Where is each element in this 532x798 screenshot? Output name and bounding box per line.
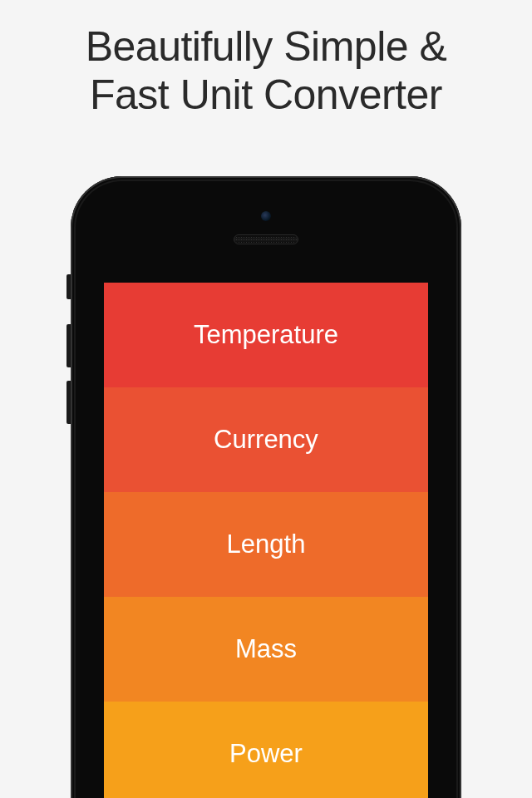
phone-inner-frame: Temperature Currency Length Mass Power — [76, 181, 456, 798]
category-label: Mass — [235, 634, 297, 664]
category-currency[interactable]: Currency — [104, 387, 428, 492]
category-list: Temperature Currency Length Mass Power — [104, 283, 428, 798]
category-temperature[interactable]: Temperature — [104, 283, 428, 387]
category-label: Currency — [214, 425, 318, 455]
category-label: Power — [229, 739, 303, 769]
phone-camera-icon — [261, 211, 271, 221]
headline-line-2: Fast Unit Converter — [0, 71, 532, 120]
phone-mockup: Temperature Currency Length Mass Power — [71, 176, 461, 798]
phone-mute-switch — [66, 274, 71, 299]
phone-volume-down — [66, 381, 71, 424]
category-label: Length — [227, 530, 306, 559]
headline-line-1: Beautifully Simple & — [0, 23, 532, 71]
category-length[interactable]: Length — [104, 492, 428, 597]
phone-body: Temperature Currency Length Mass Power — [71, 176, 461, 798]
category-mass[interactable]: Mass — [104, 597, 428, 702]
category-power[interactable]: Power — [104, 702, 428, 798]
phone-screen: Temperature Currency Length Mass Power — [104, 283, 428, 798]
category-label: Temperature — [194, 320, 338, 350]
marketing-headline: Beautifully Simple & Fast Unit Converter — [0, 0, 532, 119]
phone-speaker-icon — [234, 234, 298, 244]
phone-volume-up — [66, 324, 71, 367]
